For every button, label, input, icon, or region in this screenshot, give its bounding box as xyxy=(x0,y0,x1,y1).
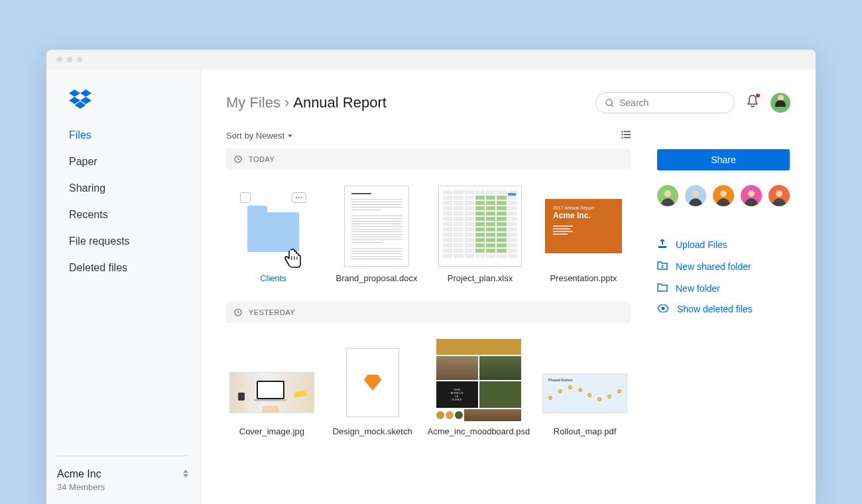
svg-point-11 xyxy=(621,137,623,138)
file-grid-yesterday: Cover_image.jpg Design_mock.sketch THEWO… xyxy=(226,339,631,438)
file-item[interactable]: Phased Rollout Rollout_map.pdf xyxy=(539,339,631,438)
file-item[interactable]: 2017 Annual Report Acme Inc. Presentatio… xyxy=(536,186,631,284)
breadcrumb-root[interactable]: My Files xyxy=(226,94,280,111)
files-column: Sort by Newest xyxy=(226,131,631,504)
file-name: Brand_proposal.docx xyxy=(336,273,418,284)
svg-marker-0 xyxy=(69,90,80,97)
member-avatar[interactable] xyxy=(713,185,734,206)
moodboard-thumbnail: THEWORLDISOURS xyxy=(436,339,521,420)
section-yesterday: YESTERDAY xyxy=(226,302,631,323)
cursor-pointer-icon xyxy=(284,248,302,271)
chevron-right-icon: › xyxy=(284,94,289,111)
member-avatar[interactable] xyxy=(657,185,678,206)
sidebar-nav: FilesPaperSharingRecentsFile requestsDel… xyxy=(69,129,188,274)
file-item[interactable]: THEWORLDISOURS Acme_inc_moodboard.psd xyxy=(428,339,530,438)
upload-icon xyxy=(657,238,668,251)
view-toggle-button[interactable] xyxy=(621,131,631,141)
window-dot xyxy=(67,57,72,62)
notification-badge xyxy=(756,94,760,97)
window-titlebar xyxy=(46,50,816,70)
team-switcher[interactable]: Acme Inc 34 Members xyxy=(57,456,188,492)
search-icon xyxy=(605,99,614,107)
file-item[interactable]: Design_mock.sketch xyxy=(327,339,418,438)
file-name: Presentation.pptx xyxy=(550,273,617,284)
spreadsheet-thumbnail xyxy=(438,186,522,267)
file-name: Design_mock.sketch xyxy=(333,426,412,438)
svg-point-19 xyxy=(662,307,665,310)
file-grid-today: Clients Brand_proposal.docx Project_plan… xyxy=(226,186,631,284)
window-dot xyxy=(77,57,82,62)
folder-icon xyxy=(247,212,299,252)
member-avatar[interactable] xyxy=(769,185,790,206)
list-view-icon xyxy=(621,131,631,139)
file-name: Cover_image.jpg xyxy=(239,426,304,438)
sort-dropdown[interactable]: Sort by Newest xyxy=(226,131,292,141)
member-avatar[interactable] xyxy=(685,185,706,206)
user-avatar[interactable] xyxy=(770,93,790,113)
file-name: Clients xyxy=(260,273,286,284)
right-column: Share Upload FilesNew shared folderNew f… xyxy=(657,131,790,504)
app-window: FilesPaperSharingRecentsFile requestsDel… xyxy=(46,50,816,504)
svg-point-9 xyxy=(621,134,623,135)
shared-avatars xyxy=(657,185,790,206)
action-folder[interactable]: New folder xyxy=(657,282,790,294)
shared-folder-icon xyxy=(657,260,668,273)
file-name: Project_plan.xlsx xyxy=(448,273,513,284)
team-members: 34 Members xyxy=(57,482,188,492)
quick-actions: Upload FilesNew shared folderNew folderS… xyxy=(657,238,790,314)
app-logo[interactable] xyxy=(69,90,188,109)
sketch-thumbnail xyxy=(346,348,399,417)
sidebar-item-deleted-files[interactable]: Deleted files xyxy=(69,262,188,274)
sidebar-item-sharing[interactable]: Sharing xyxy=(69,182,188,194)
share-button[interactable]: Share xyxy=(657,149,790,170)
svg-point-18 xyxy=(662,265,664,267)
notifications-button[interactable] xyxy=(747,95,759,111)
sidebar-item-files[interactable]: Files xyxy=(69,129,188,141)
image-thumbnail xyxy=(229,372,314,413)
sidebar-item-recents[interactable]: Recents xyxy=(69,209,188,221)
svg-line-6 xyxy=(611,105,613,107)
presentation-thumbnail: 2017 Annual Report Acme Inc. xyxy=(545,199,622,253)
action-label: New shared folder xyxy=(676,261,751,272)
file-item[interactable]: Cover_image.jpg xyxy=(226,339,318,438)
team-toggle-icon xyxy=(183,470,188,477)
svg-point-7 xyxy=(621,131,623,132)
folder-item[interactable]: Clients xyxy=(226,186,320,284)
sketch-icon xyxy=(364,375,381,391)
sidebar-item-paper[interactable]: Paper xyxy=(69,156,188,168)
action-eye[interactable]: Show deleted files xyxy=(657,304,790,314)
svg-rect-8 xyxy=(624,131,631,133)
folder-icon xyxy=(657,282,668,294)
folder-checkbox[interactable] xyxy=(240,192,251,203)
action-label: Upload Files xyxy=(676,239,727,250)
breadcrumb: My Files › Annual Report xyxy=(226,94,584,111)
search-placeholder: Search xyxy=(619,97,648,108)
chevron-down-icon xyxy=(288,135,292,137)
clock-icon xyxy=(234,308,242,316)
section-today: TODAY xyxy=(226,149,631,170)
file-name: Acme_inc_moodboard.psd xyxy=(428,426,530,438)
clock-icon xyxy=(234,155,242,163)
file-name: Rollout_map.pdf xyxy=(554,426,617,438)
dropbox-icon xyxy=(69,90,92,109)
file-item[interactable]: Brand_proposal.docx xyxy=(330,186,424,284)
topbar: My Files › Annual Report Search xyxy=(226,92,790,113)
team-name: Acme Inc xyxy=(57,468,188,480)
action-label: Show deleted files xyxy=(677,304,753,314)
svg-rect-10 xyxy=(624,134,631,135)
search-input[interactable]: Search xyxy=(595,92,735,113)
svg-rect-12 xyxy=(624,137,631,139)
folder-context-menu[interactable] xyxy=(292,192,306,203)
sidebar: FilesPaperSharingRecentsFile requestsDel… xyxy=(46,70,201,504)
window-dot xyxy=(57,57,62,62)
sidebar-item-file-requests[interactable]: File requests xyxy=(69,235,188,247)
file-item[interactable]: Project_plan.xlsx xyxy=(433,186,527,284)
svg-marker-1 xyxy=(80,90,92,97)
svg-point-5 xyxy=(606,99,612,105)
main-content: My Files › Annual Report Search xyxy=(201,70,816,504)
action-upload[interactable]: Upload Files xyxy=(657,238,790,251)
member-avatar[interactable] xyxy=(741,185,762,206)
action-label: New folder xyxy=(676,283,720,294)
action-shared-folder[interactable]: New shared folder xyxy=(657,260,790,273)
pdf-thumbnail: Phased Rollout xyxy=(542,373,627,413)
